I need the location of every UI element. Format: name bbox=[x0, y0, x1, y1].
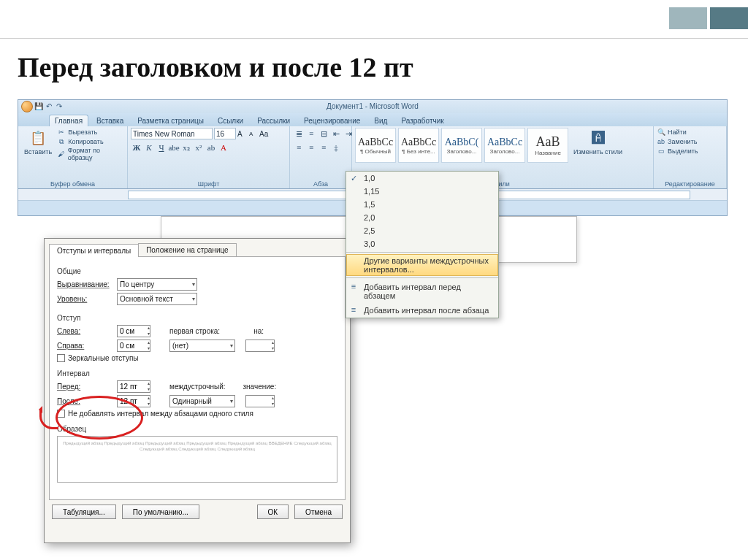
indent-right-input[interactable] bbox=[117, 340, 150, 352]
alignment-label: Выравнивание: bbox=[57, 280, 112, 288]
group-label: Абза bbox=[290, 180, 351, 188]
tab-view[interactable]: Вид bbox=[368, 115, 393, 126]
window-title: Документ1 - Microsoft Word bbox=[327, 102, 419, 110]
align-center-icon[interactable]: ≡ bbox=[305, 142, 317, 153]
numbering-icon[interactable]: ≡ bbox=[305, 128, 317, 139]
space-after-label: После: bbox=[57, 397, 112, 405]
indent-left-input[interactable] bbox=[117, 325, 150, 337]
outline-label: Уровень: bbox=[57, 295, 112, 303]
shrink-font-icon[interactable]: A bbox=[249, 131, 258, 137]
format-painter-button[interactable]: 🖌Формат по образцу bbox=[57, 147, 124, 161]
replace-icon: ab bbox=[657, 137, 665, 146]
group-editing: 🔍Найти abЗаменить ▭Выделить Редактирован… bbox=[654, 126, 727, 188]
bold-button[interactable]: Ж bbox=[131, 142, 142, 153]
subscript-button[interactable]: x₂ bbox=[180, 142, 192, 153]
align-left-icon[interactable]: ≡ bbox=[293, 142, 305, 153]
ok-button[interactable]: ОК bbox=[257, 505, 289, 519]
underline-button[interactable]: Ч bbox=[156, 142, 167, 153]
indent-left-label: Слева: bbox=[57, 327, 112, 335]
space-after-input[interactable] bbox=[117, 395, 150, 407]
alignment-select[interactable]: По центру bbox=[117, 278, 197, 291]
spacing-option[interactable]: 1,0 bbox=[346, 172, 498, 185]
style-heading1[interactable]: AaBbC(Заголово... bbox=[441, 128, 482, 163]
spacing-before-icon: ≡ bbox=[349, 282, 358, 291]
indent-right-label: Справа: bbox=[57, 342, 112, 350]
cut-icon: ✂ bbox=[57, 128, 66, 137]
style-heading2[interactable]: AaBbCcЗаголово... bbox=[484, 128, 525, 163]
align-right-icon[interactable]: ≡ bbox=[318, 142, 329, 153]
font-color-button[interactable]: A bbox=[218, 142, 229, 153]
first-line-select[interactable]: (нет) bbox=[169, 340, 235, 352]
cut-button[interactable]: ✂Вырезать bbox=[57, 128, 124, 137]
tab-references[interactable]: Ссылки bbox=[212, 115, 249, 126]
change-styles-button[interactable]: 🅰Изменить стили bbox=[570, 128, 625, 157]
group-label: Шрифт bbox=[128, 180, 289, 188]
redo-icon[interactable]: ↷ bbox=[55, 102, 64, 111]
dont-add-space-checkbox[interactable]: Не добавлять интервал между абзацами одн… bbox=[57, 410, 337, 418]
select-icon: ▭ bbox=[657, 147, 665, 156]
multilevel-icon[interactable]: ⊟ bbox=[318, 128, 329, 139]
strike-button[interactable]: abe bbox=[168, 142, 180, 153]
superscript-button[interactable]: x² bbox=[193, 142, 205, 153]
space-before-input[interactable] bbox=[117, 380, 150, 393]
copy-button[interactable]: ⧉Копировать bbox=[57, 137, 124, 146]
indent-dec-icon[interactable]: ⇤ bbox=[330, 128, 342, 139]
dialog-panel: Общие Выравнивание: По центру Уровень: О… bbox=[49, 256, 346, 500]
styles-icon: 🅰 bbox=[589, 129, 607, 147]
outline-select[interactable]: Основной текст bbox=[117, 293, 197, 305]
cancel-button[interactable]: Отмена bbox=[294, 505, 343, 519]
brush-icon: 🖌 bbox=[57, 150, 66, 158]
undo-icon[interactable]: ↶ bbox=[45, 102, 53, 111]
first-line-label: первая строка: bbox=[169, 327, 220, 335]
tab-layout[interactable]: Разметка страницы bbox=[131, 115, 210, 126]
tab-developer[interactable]: Разработчик bbox=[395, 115, 449, 126]
style-normal[interactable]: AaBbCc¶ Обычный bbox=[355, 128, 396, 163]
copy-icon: ⧉ bbox=[57, 137, 66, 146]
section-indent: Отступ bbox=[57, 314, 337, 322]
line-spacing-menu: 1,0 1,15 1,5 2,0 2,5 3,0 Другие варианты… bbox=[346, 171, 499, 318]
grow-font-icon[interactable]: A bbox=[237, 130, 248, 138]
group-paragraph: ≣ ≡ ⊟ ⇤ ⇥ ≡ ≡ ≡ ‡ Абза bbox=[290, 126, 352, 188]
spacing-option[interactable]: 1,5 bbox=[346, 198, 498, 211]
tab-review[interactable]: Рецензирование bbox=[298, 115, 366, 126]
line-spacing-select[interactable]: Одинарный bbox=[169, 395, 235, 407]
font-family-select[interactable]: Times New Roman bbox=[131, 128, 213, 139]
style-title[interactable]: AaBНазвание bbox=[527, 128, 568, 163]
replace-button[interactable]: abЗаменить bbox=[657, 137, 698, 146]
spacing-option[interactable]: 2,0 bbox=[346, 211, 498, 224]
paste-icon: 📋 bbox=[29, 129, 47, 147]
tabs-button[interactable]: Табуляция... bbox=[52, 505, 116, 519]
spacing-option[interactable]: 2,5 bbox=[346, 224, 498, 237]
quick-access-toolbar[interactable]: 💾 ↶ ↷ bbox=[21, 101, 64, 112]
dialog-tab-indents[interactable]: Отступы и интервалы bbox=[49, 244, 139, 257]
spacing-option[interactable]: 1,15 bbox=[346, 185, 498, 198]
line-spacing-at-input[interactable] bbox=[245, 395, 275, 407]
italic-button[interactable]: К bbox=[143, 142, 155, 153]
clear-format-icon[interactable]: Aa bbox=[259, 130, 268, 138]
first-line-by-input[interactable] bbox=[245, 340, 275, 352]
by-label: на: bbox=[253, 327, 264, 335]
spacing-options-more[interactable]: Другие варианты междустрочных интервалов… bbox=[346, 254, 498, 276]
select-button[interactable]: ▭Выделить bbox=[657, 147, 698, 156]
default-button[interactable]: По умолчанию... bbox=[122, 505, 199, 519]
highlight-button[interactable]: ab bbox=[205, 142, 217, 153]
office-button[interactable] bbox=[21, 101, 33, 112]
ribbon-tabs: Главная Вставка Разметка страницы Ссылки… bbox=[18, 113, 727, 126]
bullets-icon[interactable]: ≣ bbox=[293, 128, 305, 139]
paste-button[interactable]: 📋 Вставить bbox=[21, 128, 55, 157]
tab-home[interactable]: Главная bbox=[49, 115, 88, 126]
add-space-after[interactable]: ≡Добавить интервал после абзаца bbox=[346, 303, 498, 318]
save-icon[interactable]: 💾 bbox=[34, 102, 43, 111]
tab-mailings[interactable]: Рассылки bbox=[251, 115, 296, 126]
find-button[interactable]: 🔍Найти bbox=[657, 128, 698, 137]
menu-separator bbox=[346, 277, 498, 278]
dialog-tab-pagination[interactable]: Положение на странице bbox=[138, 243, 236, 256]
line-spacing-button[interactable]: ‡ bbox=[330, 142, 342, 153]
mirror-indents-checkbox[interactable]: Зеркальные отступы bbox=[57, 354, 337, 362]
tab-insert[interactable]: Вставка bbox=[91, 115, 129, 126]
spacing-option[interactable]: 3,0 bbox=[346, 237, 498, 250]
style-nospacing[interactable]: AaBbCc¶ Без инте... bbox=[398, 128, 439, 163]
find-icon: 🔍 bbox=[657, 128, 665, 137]
font-size-select[interactable]: 16 bbox=[214, 128, 236, 139]
add-space-before[interactable]: ≡Добавить интервал перед абзацем bbox=[346, 280, 498, 303]
